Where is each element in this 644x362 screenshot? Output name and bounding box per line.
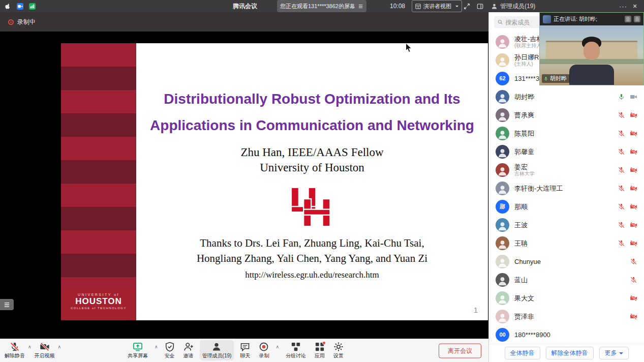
member-row[interactable]: 王聃 xyxy=(489,234,644,252)
layout-grid-icon xyxy=(415,4,421,9)
panel-more-options-icon[interactable]: ··· xyxy=(619,0,627,12)
chart-app-icon[interactable] xyxy=(28,0,36,12)
mic-muted-icon[interactable] xyxy=(618,239,625,247)
mic-muted-icon[interactable] xyxy=(630,258,637,265)
member-name: 郭馨童 xyxy=(514,148,534,156)
annotation-toolbar-tab[interactable] xyxy=(0,299,14,310)
chevron-up-icon[interactable]: ∧ xyxy=(27,344,32,349)
camera-off-icon[interactable] xyxy=(630,294,637,302)
toolbar-security[interactable]: 安全 xyxy=(162,340,177,360)
slide-thanks-line2: Hongliang Zhang, Yali Chen, Yang Yang, a… xyxy=(197,251,427,266)
banner-university-block: UNIVERSITY of HOUSTON COLLEGE of TECHNOL… xyxy=(61,289,136,320)
camera-off-icon[interactable] xyxy=(630,111,637,119)
camera-off-icon[interactable] xyxy=(630,166,637,174)
member-row[interactable]: 陈晨阳 xyxy=(489,124,644,142)
chevron-up-icon[interactable]: ∧ xyxy=(154,344,159,349)
raise-hand-icon[interactable] xyxy=(625,16,631,22)
member-row[interactable]: 郭馨童 xyxy=(489,142,644,161)
toolbar-record[interactable]: 录制 xyxy=(256,340,271,360)
uh-logo xyxy=(289,186,335,228)
camera-icon[interactable] xyxy=(630,93,637,101)
menu-lines-icon[interactable] xyxy=(358,4,363,9)
member-info: 李轩衡-大连理工 xyxy=(514,185,563,192)
camera-off-icon[interactable] xyxy=(630,148,637,156)
toolbar-apps[interactable]: 应用 xyxy=(312,340,327,360)
invite-icon xyxy=(183,342,194,352)
toolbar-unmute[interactable]: 解除静音 xyxy=(2,340,27,360)
panel-header-members: 管理成员(19) xyxy=(491,0,535,12)
toolbar-breakout[interactable]: 分组讨论 xyxy=(283,340,309,360)
toolbar-share-screen[interactable]: 共享屏幕 xyxy=(125,340,150,360)
member-info: 郭馨童 xyxy=(514,148,534,156)
camera-off-icon[interactable] xyxy=(630,203,637,210)
member-row[interactable]: 李轩衡-大连理工 xyxy=(489,179,644,197)
applause-icon[interactable] xyxy=(634,16,640,22)
meeting-app-icon[interactable] xyxy=(16,0,24,12)
speaker-video-thumbnail[interactable]: 正在讲话: 胡封晔; 胡封晔 xyxy=(539,12,644,85)
avatar-person-icon xyxy=(497,166,508,176)
member-info: 180****8900 xyxy=(514,331,550,339)
camera-off-icon[interactable] xyxy=(630,313,637,320)
mic-muted-icon[interactable] xyxy=(618,166,625,174)
banner-houston: HOUSTON xyxy=(61,296,136,307)
member-status-icons xyxy=(618,203,637,210)
member-row[interactable]: 胡封晔 xyxy=(489,87,644,106)
member-row[interactable]: 00180****8900 xyxy=(489,325,644,344)
app-title[interactable]: 腾讯会议 xyxy=(233,0,257,12)
avatar: 62 xyxy=(496,72,509,85)
toolbar-start-video[interactable]: 开启视频 xyxy=(32,340,57,360)
toolbar-chat[interactable]: 聊天 xyxy=(237,340,253,360)
cam-off-icon xyxy=(40,342,50,352)
shared-screen-stage: UNIVERSITY of HOUSTON COLLEGE of TECHNOL… xyxy=(0,32,488,339)
member-name: 蓝山 xyxy=(514,276,528,284)
member-row[interactable]: Chunyue xyxy=(489,252,644,270)
member-row[interactable]: 果大文 xyxy=(489,289,644,307)
mute-all-button[interactable]: 全体静音 xyxy=(505,347,540,359)
member-row[interactable]: 蓝山 xyxy=(489,270,644,289)
member-row[interactable]: 王波 xyxy=(489,216,644,234)
mic-muted-icon[interactable] xyxy=(618,148,625,156)
shield-icon xyxy=(165,342,175,352)
mic-muted-icon[interactable] xyxy=(618,221,625,229)
mic-muted-icon[interactable] xyxy=(618,130,625,137)
member-status-icons xyxy=(618,148,637,156)
camera-off-icon[interactable] xyxy=(630,130,637,137)
chevron-up-icon[interactable]: ∧ xyxy=(275,344,280,349)
apple-menu-icon[interactable] xyxy=(4,0,11,12)
camera-off-icon[interactable] xyxy=(630,239,637,247)
toolbar-invite[interactable]: 邀请 xyxy=(181,340,196,360)
sidebar-toggle-icon[interactable] xyxy=(477,0,483,12)
panel-close-icon[interactable]: × xyxy=(633,0,637,12)
member-status-icons xyxy=(630,258,637,265)
search-icon xyxy=(498,19,503,25)
more-button[interactable]: 更多 xyxy=(599,347,629,359)
mic-muted-icon[interactable] xyxy=(618,203,625,210)
camera-off-icon[interactable] xyxy=(630,185,637,192)
toolbar-settings[interactable]: 设置 xyxy=(331,340,346,360)
slide-author: Zhu Han, IEEE/AAAS Fellow xyxy=(240,145,383,160)
member-row[interactable]: 曹承爽 xyxy=(489,106,644,124)
member-row[interactable]: 姜宏吉林大学 xyxy=(489,161,644,179)
unmute-all-button[interactable]: 解除全体静音 xyxy=(546,347,594,359)
mic-muted-icon[interactable] xyxy=(630,276,637,284)
fullscreen-icon[interactable] xyxy=(464,0,470,12)
member-name: 果大文 xyxy=(514,294,534,302)
member-info: 陈晨阳 xyxy=(514,130,534,137)
panel-header-title: 管理成员(19) xyxy=(500,2,535,11)
mic-muted-icon[interactable] xyxy=(618,111,625,119)
menu-lines-icon xyxy=(4,302,10,308)
view-mode-selector[interactable]: 演讲者视图 xyxy=(412,0,462,12)
mic-active-icon[interactable] xyxy=(618,93,625,101)
toolbar-manage-members[interactable]: 管理成员(19) xyxy=(200,340,234,360)
member-name: 180****8900 xyxy=(514,331,550,339)
avatar xyxy=(496,273,509,287)
recording-label: 录制中 xyxy=(17,18,36,26)
avatar-person-icon xyxy=(497,257,508,268)
mic-muted-icon[interactable] xyxy=(618,185,625,192)
member-row[interactable]: 那那顺 xyxy=(489,197,644,216)
member-row[interactable]: 贾泽非 xyxy=(489,307,644,325)
leave-meeting-button[interactable]: 离开会议 xyxy=(439,343,481,358)
camera-off-icon[interactable] xyxy=(630,221,637,229)
member-name: 王波 xyxy=(514,221,528,229)
chevron-up-icon[interactable]: ∧ xyxy=(57,344,62,349)
